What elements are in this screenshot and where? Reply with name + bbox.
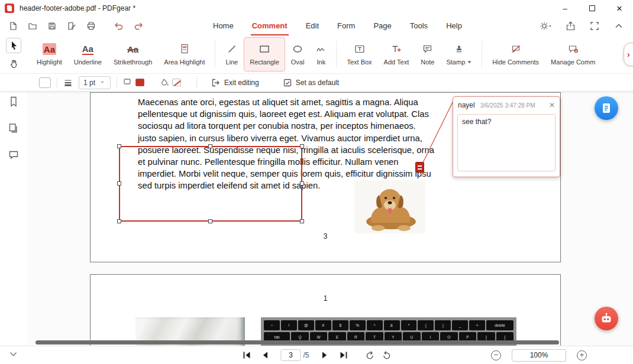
chevron-right-icon: › <box>627 50 630 59</box>
tab-edit[interactable]: Edit <box>305 17 320 35</box>
highlight-tool-button[interactable]: Aa Highlight <box>31 37 68 72</box>
left-sidebar <box>0 92 27 346</box>
keyboard-key: ) <box>435 320 451 330</box>
document-viewport[interactable]: Maecenas ante orci, egestas ut aliquet s… <box>27 92 633 346</box>
first-page-button[interactable] <box>241 350 251 360</box>
fullscreen-button[interactable] <box>587 19 602 33</box>
new-file-button[interactable] <box>6 19 20 33</box>
minus-icon: − <box>494 351 499 359</box>
resize-handle[interactable] <box>117 181 121 186</box>
new-file-icon <box>8 21 18 31</box>
tab-help[interactable]: Help <box>445 17 463 35</box>
previous-page-icon <box>261 351 268 359</box>
maximize-button[interactable] <box>579 0 606 17</box>
resize-handle[interactable] <box>300 144 304 148</box>
save-as-button[interactable] <box>64 19 79 33</box>
convert-to-word-button[interactable] <box>595 96 618 120</box>
tab-tools[interactable]: Tools <box>409 17 429 35</box>
select-tool-button[interactable] <box>6 38 21 53</box>
print-button[interactable] <box>84 19 98 33</box>
chevron-up-icon <box>615 24 622 28</box>
save-button[interactable] <box>45 19 59 33</box>
comment-close-button[interactable]: ✕ <box>549 102 555 109</box>
redo-icon <box>134 21 144 31</box>
add-text-tool-button[interactable]: Add Text <box>378 37 415 72</box>
titlebar: header-footer-adobe.pdf - PDFgear * – ✕ <box>0 0 633 17</box>
thumbnails-panel-button[interactable] <box>7 122 20 135</box>
sidebar-scroll-down-button[interactable] <box>9 352 17 357</box>
tab-comment[interactable]: Comment <box>251 17 289 35</box>
area-highlight-tool-button[interactable]: Area Highlight <box>158 37 211 72</box>
props-separator <box>57 77 57 88</box>
last-page-button[interactable] <box>339 350 348 360</box>
rectangle-annotation[interactable] <box>119 146 302 222</box>
ai-assistant-button[interactable] <box>595 307 618 330</box>
border-color-icon <box>123 78 133 87</box>
previous-page-button[interactable] <box>260 350 269 360</box>
rotate-right-button[interactable] <box>382 350 392 360</box>
rectangle-tool-button[interactable]: Rectangle <box>244 37 285 72</box>
bookmarks-panel-button[interactable] <box>7 95 20 108</box>
fill-color-control[interactable] <box>160 78 181 87</box>
open-file-button[interactable] <box>25 19 40 33</box>
border-color-control[interactable] <box>123 78 144 87</box>
comment-text-area[interactable]: see that? <box>457 114 556 171</box>
next-page-icon <box>322 351 329 359</box>
resize-handle[interactable] <box>117 219 121 223</box>
tab-page[interactable]: Page <box>372 17 392 35</box>
close-button[interactable]: ✕ <box>606 0 633 17</box>
collapse-ribbon-button[interactable] <box>612 19 626 33</box>
rotate-left-button[interactable] <box>366 350 375 360</box>
zoom-level-select[interactable]: 100% <box>512 349 566 362</box>
redo-button[interactable] <box>131 19 146 33</box>
share-button[interactable] <box>563 19 577 33</box>
manage-comments-button[interactable]: Manage Comm <box>545 37 601 72</box>
tab-form[interactable]: Form <box>336 17 356 35</box>
oval-label: Oval <box>291 58 305 66</box>
zoom-controls: − 100% + <box>491 346 587 364</box>
window-controls: – ✕ <box>551 0 633 17</box>
theme-button[interactable] <box>539 19 553 33</box>
ink-tool-button[interactable]: Ink <box>310 37 332 72</box>
set-as-default-button[interactable]: Set as default <box>283 78 339 87</box>
keyboard-key: ! <box>281 320 297 330</box>
hide-comments-button[interactable]: Hide Comments <box>486 37 545 72</box>
undo-button[interactable] <box>111 19 125 33</box>
quick-access-toolbar <box>0 19 98 33</box>
keyboard-key: & <box>384 320 400 330</box>
keyboard-row: ~!@#$%^&*()_+delete <box>264 320 513 330</box>
horizontal-scrollbar-thumb[interactable] <box>35 340 559 344</box>
page-number-input[interactable]: 3 <box>280 349 301 361</box>
comment-bubble-icon <box>8 150 19 160</box>
pan-tool-button[interactable] <box>6 56 21 72</box>
strikethrough-tool-button[interactable]: Aa Strikethrough <box>108 37 158 72</box>
resize-handle[interactable] <box>208 144 212 148</box>
color-swatch-empty[interactable] <box>39 77 51 88</box>
comment-note-marker[interactable] <box>415 162 424 173</box>
resize-handle[interactable] <box>300 181 304 186</box>
fill-color-swatch <box>172 79 181 86</box>
resize-handle[interactable] <box>117 144 121 148</box>
text-box-tool-button[interactable]: Text Box <box>341 37 377 72</box>
menu-tabs: Home Comment Edit Form Page Tools Help <box>212 17 463 35</box>
zoom-out-button[interactable]: − <box>491 350 501 360</box>
resize-handle[interactable] <box>300 219 304 223</box>
underline-tool-button[interactable]: Aa Underline <box>68 37 108 72</box>
exit-editing-button[interactable]: Exit editing <box>211 78 259 87</box>
oval-tool-button[interactable]: Oval <box>285 37 311 72</box>
undo-icon <box>114 21 124 31</box>
stroke-width-select[interactable]: 1 pt <box>79 76 111 89</box>
note-tool-button[interactable]: Note <box>415 37 440 72</box>
line-tool-button[interactable]: Line <box>219 37 244 72</box>
more-tools-button[interactable]: › <box>624 43 633 66</box>
zoom-in-button[interactable]: + <box>577 350 587 360</box>
tab-home[interactable]: Home <box>212 17 235 35</box>
next-page-button[interactable] <box>321 350 330 360</box>
resize-handle[interactable] <box>208 219 212 223</box>
chevron-down-icon <box>9 352 17 357</box>
comments-panel-button[interactable] <box>7 148 20 161</box>
stamp-tool-button[interactable]: Stamp <box>440 37 477 72</box>
area-highlight-icon <box>180 43 189 55</box>
comment-popup[interactable]: nayel 3/6/2025 3:47:28 PM ✕ see that? <box>453 96 560 177</box>
minimize-button[interactable]: – <box>551 0 579 17</box>
